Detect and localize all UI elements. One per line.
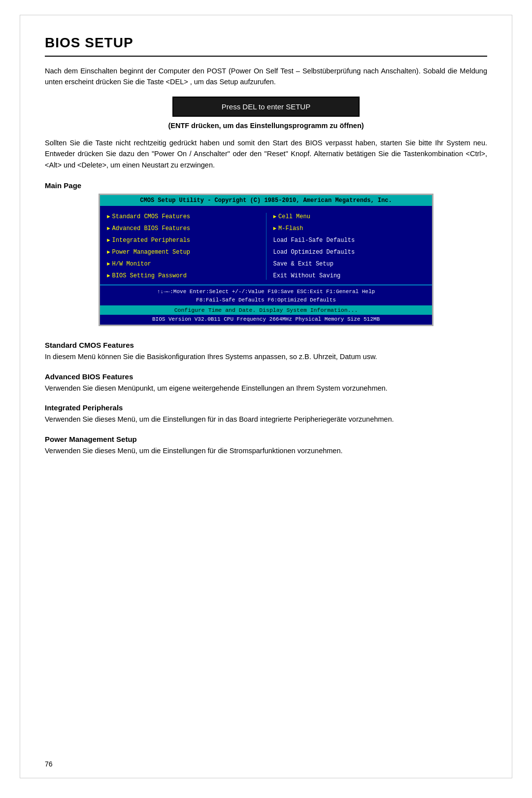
entf-text: (ENTF drücken, um das Einstellungsprogra… bbox=[45, 122, 487, 130]
bios-menu-power[interactable]: ► Power Management Setup bbox=[107, 246, 259, 258]
bios-menu-password[interactable]: ► BIOS Setting Password bbox=[107, 270, 259, 282]
bios-footer-line2: F8:Fail-Safe Defaults F6:Optimized Defau… bbox=[104, 296, 428, 304]
section-integrated: Integrated Peripherals Verwenden Sie die… bbox=[45, 403, 487, 425]
bios-menu-save-exit[interactable]: Save & Exit Setup bbox=[273, 258, 426, 270]
bios-menu-label: Exit Without Saving bbox=[273, 272, 341, 279]
bios-left-menu: ► Standard CMOS Features ► Advanced BIOS… bbox=[100, 211, 266, 282]
bios-menu: ► Standard CMOS Features ► Advanced BIOS… bbox=[100, 206, 432, 285]
arrow-icon: ► bbox=[273, 214, 277, 220]
section-standard-cmos-heading: Standard CMOS Features bbox=[45, 341, 487, 349]
section-integrated-heading: Integrated Peripherals bbox=[45, 403, 487, 412]
arrow-icon: ► bbox=[107, 237, 110, 243]
arrow-icon: ► bbox=[107, 214, 110, 220]
bios-menu-label: BIOS Setting Password bbox=[112, 272, 187, 279]
bios-menu-optimized[interactable]: Load Optimized Defaults bbox=[273, 246, 426, 258]
bios-menu-label: Advanced BIOS Features bbox=[112, 225, 190, 232]
bios-menu-advanced-bios[interactable]: ► Advanced BIOS Features bbox=[107, 223, 259, 234]
press-del-box: Press DEL to enter SETUP bbox=[172, 97, 360, 117]
bios-menu-hw[interactable]: ► H/W Monitor bbox=[107, 258, 259, 270]
bios-menu-label: Cell Menu bbox=[278, 213, 310, 220]
section-advanced-bios-text: Verwenden Sie diesen Menüpunkt, um eigen… bbox=[45, 383, 487, 394]
arrow-icon: ► bbox=[273, 226, 277, 232]
arrow-icon: ► bbox=[107, 226, 110, 232]
bios-menu-integrated[interactable]: ► Integrated Peripherals bbox=[107, 234, 259, 246]
section-advanced-bios-heading: Advanced BIOS Features bbox=[45, 372, 487, 381]
bios-menu-label: M-Flash bbox=[278, 225, 303, 232]
bios-menu-label: Power Management Setup bbox=[112, 249, 190, 256]
section-power: Power Management Setup Verwenden Sie die… bbox=[45, 435, 487, 456]
arrow-icon: ► bbox=[107, 273, 110, 279]
bios-menu-label: Save & Exit Setup bbox=[273, 261, 333, 267]
bios-right-menu: ► Cell Menu ► M-Flash Load Fail-Safe Def… bbox=[266, 211, 432, 282]
bios-menu-mflash[interactable]: ► M-Flash bbox=[273, 223, 426, 234]
title-divider bbox=[45, 56, 487, 57]
main-page-heading: Main Page bbox=[45, 181, 487, 190]
intro-paragraph2: Sollten Sie die Taste nicht rechtzeitig … bbox=[45, 137, 487, 170]
bios-footer: ↑↓→←:Move Enter:Select +/-/:Value F10:Sa… bbox=[100, 285, 432, 305]
section-standard-cmos: Standard CMOS Features In diesem Menü kö… bbox=[45, 341, 487, 362]
bios-version-bar: BIOS Version V32.0B11 CPU Frequency 2664… bbox=[100, 315, 432, 325]
bios-menu-exit-nosave[interactable]: Exit Without Saving bbox=[273, 270, 426, 282]
page-number: 76 bbox=[45, 760, 53, 768]
arrow-icon: ► bbox=[107, 261, 110, 267]
intro-paragraph1: Nach dem Einschalten beginnt der Compute… bbox=[45, 66, 487, 88]
bios-info-bar: Configure Time and Date. Display System … bbox=[100, 305, 432, 315]
bios-col-divider bbox=[266, 213, 266, 280]
bios-menu-label: H/W Monitor bbox=[112, 261, 151, 267]
bios-screen: CMOS Setup Utility - Copyright (C) 1985-… bbox=[99, 194, 433, 326]
bios-menu-label: Standard CMOS Features bbox=[112, 213, 190, 220]
bios-menu-cell[interactable]: ► Cell Menu bbox=[273, 211, 426, 223]
section-standard-cmos-text: In diesem Menü können Sie die Basiskonfi… bbox=[45, 351, 487, 362]
section-power-heading: Power Management Setup bbox=[45, 435, 487, 443]
bios-title-bar: CMOS Setup Utility - Copyright (C) 1985-… bbox=[100, 195, 432, 206]
bios-menu-standard-cmos[interactable]: ► Standard CMOS Features bbox=[107, 211, 259, 223]
page-container: BIOS SETUP Nach dem Einschalten beginnt … bbox=[20, 15, 512, 778]
bios-menu-label: Load Optimized Defaults bbox=[273, 249, 355, 256]
page-title: BIOS SETUP bbox=[45, 35, 487, 51]
arrow-icon: ► bbox=[107, 249, 110, 255]
section-advanced-bios: Advanced BIOS Features Verwenden Sie die… bbox=[45, 372, 487, 394]
bios-menu-label: Load Fail-Safe Defaults bbox=[273, 237, 355, 244]
bios-menu-label: Integrated Peripherals bbox=[112, 237, 190, 244]
section-power-text: Verwenden Sie dieses Menü, um die Einste… bbox=[45, 445, 487, 456]
section-integrated-text: Verwenden Sie dieses Menü, um die Einste… bbox=[45, 414, 487, 425]
bios-menu-failsafe[interactable]: Load Fail-Safe Defaults bbox=[273, 234, 426, 246]
bios-footer-line1: ↑↓→←:Move Enter:Select +/-/:Value F10:Sa… bbox=[104, 288, 428, 296]
